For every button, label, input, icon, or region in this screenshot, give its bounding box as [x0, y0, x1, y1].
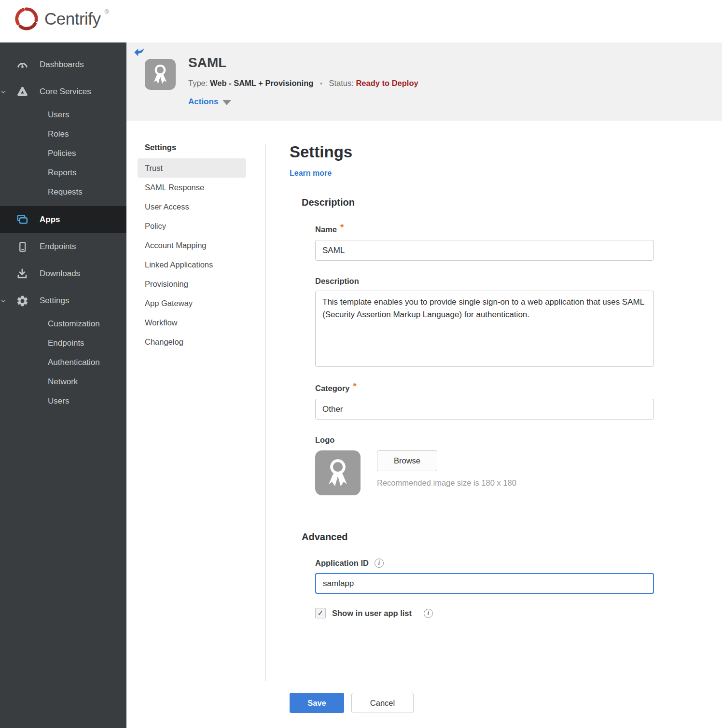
check-icon: ✓ — [318, 609, 324, 617]
sidebar-item-users[interactable]: Users — [0, 105, 126, 125]
app-header: SAML Type: Web - SAML + Provisioning • S… — [126, 42, 722, 121]
sidebar-item-policies[interactable]: Policies — [0, 144, 126, 163]
page: Centrify ® Dashboards — [0, 0, 722, 728]
sidebar-item-settings-endpoints[interactable]: Endpoints — [0, 334, 126, 353]
cluster-icon — [15, 85, 29, 98]
required-asterisk: * — [340, 222, 344, 233]
subnav-item-workflow[interactable]: Workflow — [138, 313, 246, 332]
logo-label: Logo — [315, 435, 661, 445]
chevron-down-icon — [0, 88, 7, 95]
sidebar-item-endpoints[interactable]: Endpoints — [0, 233, 126, 260]
subnav-item-linked-applications[interactable]: Linked Applications — [138, 255, 246, 274]
main: Settings Trust SAML Response User Access… — [126, 121, 722, 728]
save-button[interactable]: Save — [290, 693, 344, 713]
sidebar-item-customization[interactable]: Customization — [0, 314, 126, 334]
dot-separator: • — [320, 80, 322, 87]
chevron-down-icon — [222, 100, 231, 105]
actions-label: Actions — [188, 97, 218, 107]
page-title: SAML — [188, 55, 226, 70]
name-input[interactable] — [315, 240, 654, 261]
download-icon — [15, 267, 29, 280]
gauge-icon — [15, 58, 29, 71]
sidebar: Dashboards Core Services Users Roles Pol… — [0, 42, 126, 728]
info-icon[interactable]: i — [375, 559, 384, 568]
sidebar-item-core-services[interactable]: Core Services — [0, 78, 126, 105]
apps-icon — [15, 213, 29, 226]
logo-row: Browse Recommended image size is 180 x 1… — [315, 450, 661, 495]
app-meta-line: Type: Web - SAML + Provisioning • Status… — [188, 79, 418, 88]
sidebar-item-requests[interactable]: Requests — [0, 182, 126, 202]
sidebar-item-network[interactable]: Network — [0, 372, 126, 392]
status-label: Status: — [329, 79, 353, 87]
sidebar-item-apps[interactable]: Apps — [0, 206, 126, 233]
app-subnav: Settings Trust SAML Response User Access… — [138, 143, 246, 351]
sidebar-item-dashboards[interactable]: Dashboards — [0, 51, 126, 78]
category-input[interactable] — [315, 399, 654, 420]
subnav-item-changelog[interactable]: Changelog — [138, 332, 246, 351]
sidebar-item-roles[interactable]: Roles — [0, 125, 126, 144]
brand-logo: Centrify ® — [14, 6, 109, 32]
description-label: Description — [315, 277, 661, 286]
form-buttons: Save Cancel — [290, 693, 661, 713]
status-badge: Ready to Deploy — [356, 79, 418, 87]
chevron-down-icon — [0, 297, 7, 304]
actions-dropdown[interactable]: Actions — [188, 97, 231, 107]
info-icon[interactable]: i — [424, 609, 433, 618]
type-label: Type: — [188, 79, 208, 87]
show-in-user-app-list-checkbox[interactable]: ✓ — [315, 608, 326, 618]
brand-name: Centrify — [44, 9, 101, 28]
back-arrow-icon[interactable] — [133, 46, 146, 59]
sidebar-label-settings: Settings — [40, 296, 69, 306]
sidebar-label-dashboards: Dashboards — [40, 60, 84, 70]
sidebar-item-downloads[interactable]: Downloads — [0, 260, 126, 287]
learn-more-link[interactable]: Learn more — [290, 169, 332, 178]
description-textarea[interactable]: This template enables you to provide sin… — [315, 291, 654, 367]
subnav-item-provisioning[interactable]: Provisioning — [138, 274, 246, 294]
browse-button[interactable]: Browse — [377, 450, 437, 471]
required-asterisk: * — [353, 381, 357, 392]
subnav-item-saml-response[interactable]: SAML Response — [138, 178, 246, 197]
gear-icon — [15, 294, 29, 308]
mobile-device-icon — [15, 240, 29, 253]
registered-mark: ® — [105, 9, 109, 15]
app-logo — [145, 59, 176, 90]
sidebar-label-apps: Apps — [40, 215, 60, 224]
topbar: Centrify ® — [0, 0, 722, 42]
cancel-button[interactable]: Cancel — [351, 693, 414, 713]
application-id-label: Application ID i — [315, 559, 661, 568]
description-section-heading: Description — [302, 197, 661, 208]
settings-form: Settings Learn more Description Name * D… — [290, 143, 661, 713]
show-in-user-app-list-row: ✓ Show in user app list i — [315, 608, 661, 618]
sidebar-label-core-services: Core Services — [40, 87, 91, 97]
content: SAML Type: Web - SAML + Provisioning • S… — [126, 42, 722, 728]
category-label: Category * — [315, 383, 661, 393]
sidebar-label-downloads: Downloads — [40, 269, 80, 279]
vertical-divider — [265, 144, 266, 681]
app-logo-preview — [315, 450, 361, 495]
sidebar-item-authentication[interactable]: Authentication — [0, 353, 126, 372]
sidebar-item-settings-users[interactable]: Users — [0, 392, 126, 411]
application-id-input[interactable] — [315, 573, 654, 594]
sidebar-item-reports[interactable]: Reports — [0, 163, 126, 182]
subnav-item-trust[interactable]: Trust — [138, 158, 246, 178]
advanced-section-heading: Advanced — [302, 532, 661, 543]
centrify-swirl-icon — [14, 6, 40, 32]
sidebar-item-settings[interactable]: Settings — [0, 287, 126, 314]
subnav-heading: Settings — [138, 143, 246, 152]
subnav-item-policy[interactable]: Policy — [138, 216, 246, 236]
logo-actions: Browse Recommended image size is 180 x 1… — [377, 450, 516, 488]
sidebar-label-endpoints: Endpoints — [40, 242, 76, 252]
subnav-item-user-access[interactable]: User Access — [138, 197, 246, 216]
logo-hint: Recommended image size is 180 x 180 — [377, 478, 516, 488]
type-value: Web - SAML + Provisioning — [210, 79, 313, 87]
show-in-user-app-list-label: Show in user app list — [332, 609, 412, 618]
section-title: Settings — [290, 143, 661, 161]
name-label: Name * — [315, 224, 661, 235]
subnav-item-app-gateway[interactable]: App Gateway — [138, 294, 246, 313]
subnav-item-account-mapping[interactable]: Account Mapping — [138, 236, 246, 255]
